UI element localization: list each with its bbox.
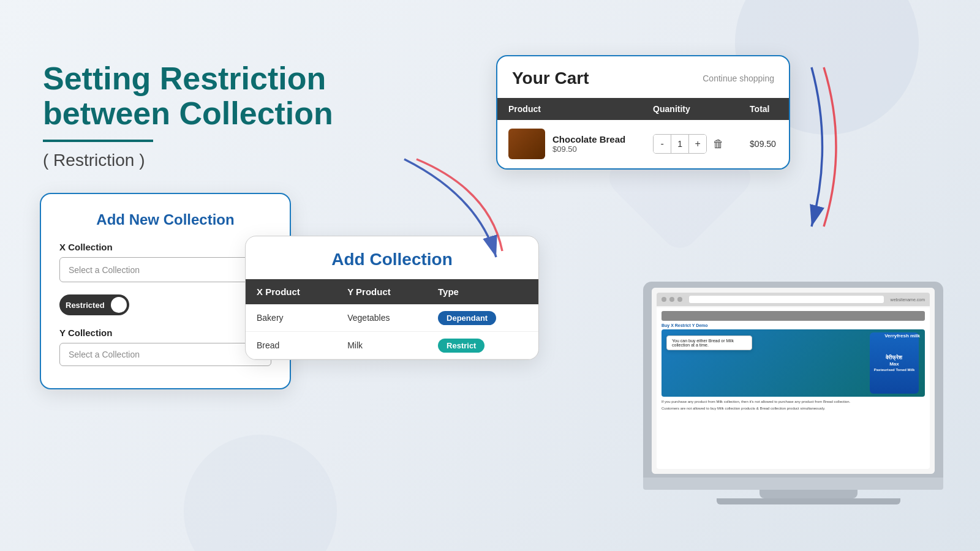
browser-url-bar [689, 296, 884, 303]
cart-card: Your Cart Continue shopping Product Quan… [496, 55, 790, 170]
page-title: Setting Restriction between Collection [43, 61, 337, 131]
restrict-badge: Restrict [438, 339, 484, 353]
cart-table-row: Chocolate Bread $09.50 - 1 + 🗑 [497, 120, 789, 168]
laptop-screen-inner: websitename.com Buy X Restrict Y Demo Yo… [652, 288, 935, 474]
y-collection-placeholder: Select a Collection [69, 350, 140, 359]
product-details: Chocolate Bread $09.50 [552, 134, 625, 154]
x-collection-placeholder: Select a Collection [69, 265, 140, 275]
product-label: वेरीफ्रेश Max Pasteurised Toned Milk [874, 354, 915, 372]
type-cell: Dependant [427, 304, 538, 332]
laptop-description-1: If you purchase any product from Milk co… [662, 399, 925, 411]
quantity-control: - 1 + 🗑 [653, 134, 728, 154]
title-divider [43, 140, 153, 142]
laptop-tooltip: You can buy either Bread or Milk collect… [666, 335, 752, 350]
y-collection-section: Y Collection Select a Collection [59, 328, 271, 366]
quantity-decrease-button[interactable]: - [654, 135, 671, 153]
type-cell: Restrict [427, 332, 538, 359]
quantity-value: 1 [671, 135, 689, 153]
laptop-foot [717, 498, 900, 504]
laptop-stand [760, 490, 858, 498]
add-collection-title: Add Collection [246, 236, 538, 279]
cart-quantity-cell: - 1 + 🗑 [642, 120, 739, 168]
browser-dot-2 [669, 297, 674, 302]
laptop-milk-product-image: वेरीफ्रेश Max Pasteurised Toned Milk [870, 332, 919, 394]
cart-col-quantity: Quanitity [642, 98, 739, 120]
laptop-nav [662, 311, 925, 321]
laptop-hero: You can buy either Bread or Milk collect… [662, 329, 925, 397]
product-price: $09.50 [552, 144, 625, 154]
laptop-mockup: websitename.com Buy X Restrict Y Demo Yo… [643, 282, 974, 539]
collection-table-header-row: X Product Y Product Type [246, 279, 538, 304]
laptop-base [643, 478, 943, 490]
laptop-page-content: Buy X Restrict Y Demo You can buy either… [657, 307, 930, 469]
x-collection-label: X Collection [59, 242, 271, 252]
collection-table: X Product Y Product Type Bakery Vegetabl… [246, 279, 538, 359]
quantity-increase-button[interactable]: + [689, 135, 706, 153]
col-y-product: Y Product [336, 279, 427, 304]
cart-table-header-row: Product Quanitity Total [497, 98, 789, 120]
page-subtitle: ( Restriction ) [43, 151, 337, 170]
y-product-cell: Milk [336, 332, 427, 359]
cart-table: Product Quanitity Total Chocolate Bread … [497, 98, 789, 168]
cart-title: Your Cart [512, 69, 589, 88]
cart-col-product: Product [497, 98, 642, 120]
cart-total-cell: $09.50 [739, 120, 789, 168]
x-product-cell: Bakery [246, 304, 336, 332]
laptop-product-name: Verryfresh milk [884, 333, 920, 339]
x-collection-select[interactable]: Select a Collection ❯ [59, 257, 271, 282]
continue-shopping-link[interactable]: Continue shopping [703, 73, 774, 83]
product-name: Chocolate Bread [552, 134, 625, 144]
laptop-screen-outer: websitename.com Buy X Restrict Y Demo Yo… [643, 282, 943, 478]
table-row: Bakery Vegetables Dependant [246, 304, 538, 332]
col-x-product: X Product [246, 279, 336, 304]
y-product-cell: Vegetables [336, 304, 427, 332]
cart-header: Your Cart Continue shopping [497, 56, 789, 98]
table-row: Bread Milk Restrict [246, 332, 538, 359]
dependant-badge: Dependant [438, 311, 496, 325]
col-type: Type [427, 279, 538, 304]
laptop-page-title: Buy X Restrict Y Demo [662, 323, 925, 328]
quantity-stepper[interactable]: - 1 + [653, 134, 707, 154]
y-collection-label: Y Collection [59, 328, 271, 338]
cart-col-total: Total [739, 98, 789, 120]
browser-dot-1 [662, 297, 666, 302]
product-info: Chocolate Bread $09.50 [508, 129, 631, 159]
delete-item-button[interactable]: 🗑 [713, 138, 724, 151]
restricted-toggle[interactable]: Restricted [59, 294, 129, 315]
add-collection-card: Add Collection X Product Y Product Type … [245, 236, 539, 360]
restricted-row: Restricted [59, 294, 271, 315]
browser-url-text: websitename.com [891, 298, 925, 302]
heading-section: Setting Restriction between Collection (… [43, 61, 337, 170]
product-image [508, 129, 545, 159]
laptop-browser-bar: websitename.com [657, 293, 930, 306]
y-collection-select[interactable]: Select a Collection [59, 343, 271, 366]
tooltip-text: You can buy either Bread or Milk collect… [672, 339, 734, 347]
toggle-knob [111, 297, 127, 313]
restricted-toggle-label: Restricted [62, 301, 107, 310]
bg-decoration-2 [184, 435, 337, 551]
cart-product-cell: Chocolate Bread $09.50 [497, 120, 642, 168]
x-product-cell: Bread [246, 332, 336, 359]
add-new-collection-title: Add New Collection [59, 211, 271, 228]
browser-dot-3 [677, 297, 682, 302]
laptop-screen-content: websitename.com Buy X Restrict Y Demo Yo… [652, 288, 935, 474]
